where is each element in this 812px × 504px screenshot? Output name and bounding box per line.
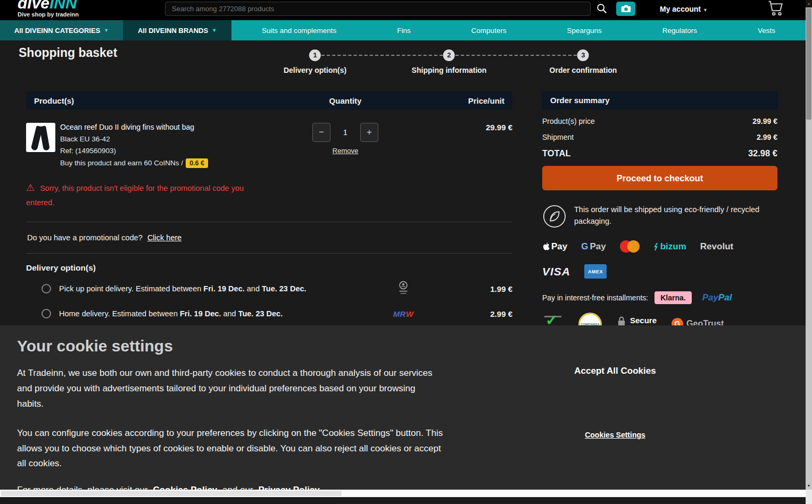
revolut-icon: Revolut: [700, 241, 733, 252]
vertical-scrollbar[interactable]: ▲ ▼: [806, 0, 812, 504]
image-search-button[interactable]: [616, 2, 635, 16]
main-nav: All DIVEINN CATEGORIES▼ All DIVEINN BRAN…: [0, 20, 806, 40]
nav-item-fins[interactable]: Fins: [397, 27, 411, 35]
search-input[interactable]: [172, 5, 584, 13]
unit-price: 29.99 €: [409, 123, 512, 168]
coinns-badge: 0.6 €: [186, 158, 208, 168]
my-account-menu[interactable]: My account▼: [660, 5, 708, 13]
pickup-point-icon: [374, 281, 433, 297]
nav-item-vests[interactable]: Vests: [758, 27, 775, 35]
quantity-minus-button[interactable]: −: [312, 123, 330, 142]
promo-code-section: Do you have a promotional code? Click he…: [26, 222, 512, 254]
product-image[interactable]: [26, 123, 55, 152]
step-label: Order confirmation: [550, 66, 617, 74]
step-shipping: 2 Shipping information: [412, 49, 487, 74]
summary-row-shipment: Shipment 2.99 €: [542, 133, 777, 141]
horizontal-scrollbar[interactable]: [0, 490, 806, 497]
search-icon: [596, 3, 608, 14]
payment-methods-row-2: VISA AMEX: [542, 264, 777, 279]
cookie-paragraph-1: At Tradeinn, we use both our own and thi…: [17, 366, 443, 412]
total-label: TOTAL: [542, 148, 570, 158]
product-coinns: Buy this product and earn 60 CoINNs /0.6…: [60, 158, 281, 168]
product-name[interactable]: Ocean reef Duo II diving fins without ba…: [60, 123, 281, 131]
promo-question: Do you have a promotional code?: [27, 233, 143, 242]
nav-item-spearguns[interactable]: Spearguns: [567, 27, 602, 35]
scrollbar-corner: [806, 490, 812, 504]
quantity-stepper: − 1 +: [312, 123, 378, 142]
summary-row-products: Product(s) price 29.99 €: [542, 117, 777, 125]
chevron-down-icon: ▼: [212, 28, 217, 33]
nav-item-suits[interactable]: Suits and complements: [262, 27, 336, 35]
step-label: Delivery option(s): [284, 66, 346, 74]
installments-row: Pay in interest-free installments: Klarn…: [542, 291, 777, 304]
col-products: Product(s): [26, 96, 281, 105]
cookie-paragraph-2: You can configure cookies according to y…: [17, 426, 449, 472]
eco-text: This order will be shipped using eco-fri…: [574, 204, 761, 228]
step-confirmation: 3 Order confirmation: [550, 49, 617, 74]
order-summary-panel: Order summary Product(s) price 29.99 € S…: [534, 91, 785, 336]
mrw-carrier-logo: MRW: [374, 309, 433, 318]
step-number: 1: [309, 49, 321, 61]
klarna-icon: Klarna.: [654, 291, 691, 304]
logo-tagline: Dive shop by tradeinn: [18, 12, 79, 18]
home-delivery-radio[interactable]: [42, 309, 51, 318]
pickup-price: 1.99 €: [433, 284, 512, 293]
delivery-options-title: Delivery option(s): [26, 263, 512, 273]
logo-brand: dive: [18, 0, 49, 12]
step-number: 3: [577, 49, 589, 61]
proceed-to-checkout-button[interactable]: Proceed to checkout: [542, 166, 777, 190]
all-categories-button[interactable]: All DIVEINN CATEGORIES▼: [0, 20, 123, 40]
chevron-down-icon: ▼: [104, 28, 109, 33]
mastercard-icon: [620, 240, 640, 253]
vertical-scroll-thumb[interactable]: [806, 8, 811, 120]
delivery-option-home[interactable]: Home delivery. Estimated between Fri. 19…: [26, 301, 512, 323]
bizum-icon: bizum: [653, 241, 686, 252]
product-variant: Black EU 36-42: [60, 135, 281, 143]
promo-click-here-link[interactable]: Click here: [147, 233, 181, 242]
cookie-title: Your cookie settings: [17, 337, 789, 355]
accept-all-cookies-button[interactable]: Accept All Cookies: [557, 366, 674, 376]
page-title: Shopping basket: [19, 46, 117, 60]
apple-pay-icon: Pay: [542, 241, 567, 252]
promo-warning: ⚠Sorry, this product isn't eligible for …: [26, 180, 271, 209]
installments-label: Pay in interest-free installments:: [542, 293, 648, 302]
horizontal-scroll-thumb[interactable]: [1, 491, 342, 496]
step-number: 2: [443, 49, 455, 61]
quantity-cell: − 1 + Remove: [281, 123, 409, 168]
nav-item-regulators[interactable]: Regulators: [662, 27, 697, 35]
cookies-settings-link[interactable]: Cookies Settings: [557, 431, 674, 439]
scroll-down-arrow[interactable]: ▼: [806, 482, 812, 490]
google-pay-icon: GPay: [581, 241, 606, 252]
remove-item-link[interactable]: Remove: [333, 147, 358, 155]
step-delivery: 1 Delivery option(s): [284, 49, 346, 74]
home-delivery-label: Home delivery. Estimated between Fri. 19…: [59, 309, 374, 318]
pickup-label: Pick up point delivery. Estimated betwee…: [59, 284, 374, 293]
basket-panel: Product(s) Quantity Price/unit Ocean ree…: [19, 91, 520, 323]
quantity-plus-button[interactable]: +: [360, 123, 378, 142]
cookie-banner: Your cookie settings At Tradeinn, we use…: [0, 325, 806, 497]
payment-methods-row-1: Pay GPay bizum Revolut: [542, 240, 777, 253]
eco-icon: [542, 204, 567, 229]
nav-links: Suits and complements Fins Computers Spe…: [231, 20, 806, 40]
site-logo[interactable]: diveINN Dive shop by tradeinn: [18, 0, 79, 18]
pickup-radio[interactable]: [42, 284, 51, 293]
total-value: 32.98 €: [748, 148, 777, 158]
scroll-up-arrow[interactable]: ▲: [806, 0, 812, 7]
nav-item-computers[interactable]: Computers: [471, 27, 507, 35]
product-info: Ocean reef Duo II diving fins without ba…: [60, 123, 281, 168]
cart-button[interactable]: [765, 0, 786, 17]
chevron-down-icon: ▼: [703, 7, 708, 13]
amex-icon: AMEX: [584, 264, 607, 279]
quantity-value[interactable]: 1: [330, 128, 360, 137]
col-price-unit: Price/unit: [409, 96, 512, 105]
eco-packaging-note: This order will be shipped using eco-fri…: [542, 204, 777, 229]
warning-icon: ⚠: [26, 182, 35, 193]
col-quantity: Quantity: [281, 96, 409, 105]
product-ref: Ref: (149560903): [60, 147, 281, 155]
paypal-icon: PayPal: [702, 292, 732, 303]
delivery-option-pickup[interactable]: Pick up point delivery. Estimated betwee…: [26, 273, 512, 301]
all-brands-button[interactable]: All DIVEINN BRANDS▼: [123, 20, 231, 40]
visa-icon: VISA: [542, 265, 570, 278]
search-bar: [165, 2, 591, 16]
search-button[interactable]: [596, 3, 608, 14]
